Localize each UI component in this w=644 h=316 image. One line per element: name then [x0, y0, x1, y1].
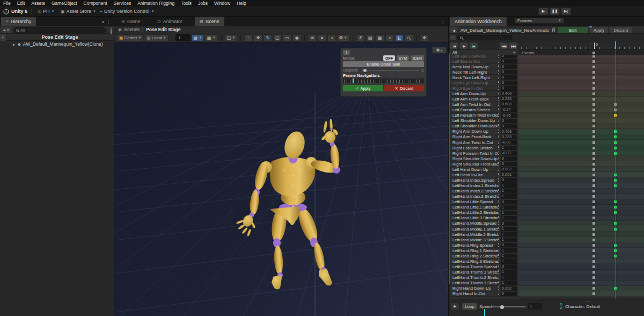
property-row[interactable]: LeftHand.Index.Spread0 [449, 177, 518, 183]
menu-edit[interactable]: Edit [14, 1, 28, 6]
frame-tick[interactable] [387, 80, 388, 83]
property-row[interactable]: Left Forearm Twist In-Out-0.95 [449, 113, 518, 118]
frame-tick[interactable] [402, 80, 402, 83]
drag-handle-icon[interactable] [498, 135, 499, 139]
drag-handle-icon[interactable] [498, 254, 499, 258]
drag-handle-icon[interactable] [498, 249, 499, 253]
frame-tick[interactable] [399, 80, 400, 83]
property-value-field[interactable]: 0.285 [501, 135, 517, 139]
drag-handle-icon[interactable] [498, 152, 499, 155]
property-value-field[interactable]: 0 [501, 162, 517, 166]
property-value-field[interactable]: 0.002 [501, 286, 517, 291]
drag-handle-icon[interactable] [498, 146, 499, 150]
property-value-field[interactable]: -0.00 [501, 140, 517, 145]
property-value-field[interactable]: 0 [501, 55, 517, 58]
timeline-track[interactable] [518, 129, 644, 134]
drag-handle-icon[interactable] [498, 130, 499, 133]
slider-handle[interactable] [363, 69, 367, 72]
keyframe[interactable] [592, 152, 595, 155]
timeline-track[interactable] [518, 281, 644, 286]
frame-tick[interactable] [396, 80, 397, 83]
menu-window[interactable]: Window [211, 1, 233, 6]
keyframe[interactable] [592, 195, 595, 198]
property-row[interactable]: Left Shoulder Down-Up0 [449, 118, 518, 124]
property-value-field[interactable]: 0.408 [501, 130, 517, 134]
property-value-field[interactable]: 1 [501, 254, 517, 258]
property-value-field[interactable]: 1 [501, 270, 517, 274]
tab-hierarchy[interactable]: ≡ Hierarchy [1, 17, 36, 26]
timeline-track[interactable] [518, 221, 644, 226]
property-value-field[interactable]: 1 [501, 275, 517, 279]
timeline-track[interactable] [518, 275, 644, 281]
overlay-snap[interactable]: ◧ [395, 34, 404, 41]
panel-menu-icon[interactable]: ⋮ [441, 19, 445, 24]
timeline-track[interactable] [518, 183, 644, 189]
tool-handle-rotation-dropdown[interactable]: ◎Local▼ [145, 34, 169, 41]
stage-back-button[interactable]: < [0, 34, 6, 41]
drag-handle-icon[interactable] [498, 211, 499, 214]
property-value-field[interactable]: 0 [501, 221, 517, 226]
timeline-track[interactable] [518, 134, 644, 140]
frame-tick[interactable] [376, 80, 376, 83]
effects-toggle[interactable]: ◑ [327, 34, 336, 41]
property-value-field[interactable]: 0 [501, 64, 517, 69]
menu-help[interactable]: Help [233, 1, 249, 6]
property-value-field[interactable]: 1 [501, 211, 517, 215]
frame-tick[interactable] [347, 80, 347, 83]
property-row[interactable]: Neck Turn Left-Right0 [449, 75, 518, 80]
keyframe[interactable] [592, 255, 595, 257]
property-row[interactable]: LeftHand.Ring.Spread0 [449, 242, 518, 248]
property-row[interactable]: LeftHand.Little.2 Stretched1 [449, 210, 518, 216]
keyframe[interactable] [592, 71, 595, 74]
keyframe[interactable] [592, 125, 595, 127]
keyframe[interactable] [592, 157, 595, 160]
frame-tick[interactable] [419, 80, 420, 83]
drag-handle-icon[interactable] [498, 168, 499, 171]
discard-button[interactable]: Discard [610, 27, 632, 33]
property-value-field[interactable]: 0 [501, 200, 517, 204]
frame-tick[interactable] [358, 80, 359, 83]
preview-play-button[interactable]: ▶ [451, 303, 459, 310]
slider-handle[interactable] [500, 305, 504, 309]
keyframe[interactable] [592, 82, 595, 84]
property-value-field[interactable]: 0.408 [501, 91, 517, 96]
play-button[interactable]: ▶ [538, 8, 548, 15]
mirror-sym-button[interactable]: SYM [397, 55, 409, 61]
frame-tick[interactable] [367, 80, 368, 83]
property-value-field[interactable]: -0.95 [501, 113, 517, 118]
property-value-field[interactable]: 1 [501, 259, 517, 263]
tab-game[interactable]: ◎Game [116, 17, 145, 26]
property-row[interactable]: Right Arm Twist In-Out-0.00 [449, 140, 518, 145]
pause-button[interactable]: ❚❚ [550, 8, 560, 15]
tool-handle-position-dropdown[interactable]: ▣Center▼ [117, 34, 144, 41]
property-row[interactable]: LeftHand.Thumb.2 Stretched1 [449, 275, 518, 281]
frame-tick[interactable] [356, 80, 356, 83]
property-value-field[interactable]: 0 [501, 86, 517, 90]
scrub-indicator[interactable] [484, 309, 485, 316]
keyframe[interactable] [592, 168, 595, 171]
property-row[interactable]: Right Eye In-Out0 [449, 85, 518, 91]
tab-animation-workbench[interactable]: Animation Workbench [450, 17, 507, 26]
loop-toggle-button[interactable]: Loop [462, 303, 477, 310]
property-list-scrollbar[interactable] [449, 50, 450, 299]
property-value-field[interactable]: -0.03 [501, 151, 517, 155]
timeline-track[interactable] [518, 248, 644, 253]
frame-tick[interactable] [390, 80, 391, 83]
previous-clip-button[interactable]: ◀ [450, 27, 457, 33]
keyframe[interactable] [592, 282, 595, 284]
scene-viewport[interactable]: I Mirror: OFF SYM IDEN Enable Onion Skin… [114, 42, 448, 316]
audio-toggle[interactable]: ● [318, 34, 326, 41]
keyframe[interactable] [592, 141, 595, 144]
mannequin-model[interactable] [236, 119, 341, 290]
frame-navigation-strip[interactable] [343, 78, 424, 83]
keyframe[interactable] [592, 109, 595, 111]
keyframe[interactable] [592, 265, 595, 268]
keyframe[interactable] [592, 239, 595, 241]
keyframe[interactable] [592, 206, 595, 209]
property-value-field[interactable]: 0.285 [501, 97, 517, 101]
property-value-field[interactable]: 1 [501, 146, 517, 150]
drag-handle-icon[interactable] [498, 76, 499, 80]
property-row[interactable]: LeftHand.Ring.2 Stretched1 [449, 253, 518, 258]
property-value-field[interactable]: 0 [501, 59, 517, 63]
keyframe[interactable] [592, 222, 595, 225]
